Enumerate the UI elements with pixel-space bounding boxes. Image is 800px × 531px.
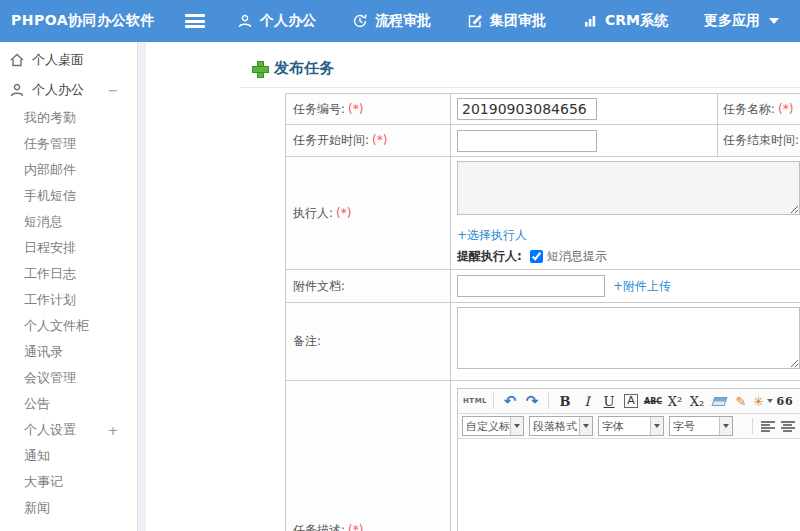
- align-left-icon[interactable]: [761, 421, 775, 432]
- sidebar-item-work-log[interactable]: 工作日志: [0, 261, 137, 287]
- top-header: PHPOA协同办公软件 个人办公流程审批集团审批CRM系统更多应用: [0, 0, 800, 42]
- nav-item-label: 更多应用: [704, 12, 760, 30]
- sms-remind-checkbox[interactable]: [530, 250, 543, 263]
- nav-item-more-apps[interactable]: 更多应用: [704, 12, 779, 30]
- description-label: 任务描述:(*): [286, 381, 451, 531]
- italic-button[interactable]: I: [577, 391, 597, 411]
- caret-down-icon: [650, 417, 663, 435]
- toolbar-separator: [548, 393, 549, 409]
- sidebar-item-personal-office[interactable]: 个人办公−: [0, 75, 137, 105]
- sidebar-item-task-management[interactable]: 任务管理: [0, 131, 137, 157]
- sidebar-item-label: 大事记: [24, 473, 137, 491]
- sidebar-item-label: 任务管理: [24, 135, 137, 153]
- nav-item-personal-office[interactable]: 个人办公: [237, 12, 316, 30]
- sidebar-item-meeting-management[interactable]: 会议管理: [0, 365, 137, 391]
- nav-item-crm-system[interactable]: CRM系统: [582, 12, 668, 30]
- sidebar-item-label: 工作计划: [24, 291, 137, 309]
- bar-chart-icon: [582, 13, 598, 29]
- font-family-select-value: 字体: [599, 419, 650, 434]
- task-no-input[interactable]: [457, 98, 597, 120]
- sidebar-item-my-attendance[interactable]: 我的考勤: [0, 105, 137, 131]
- app-logo: PHPOA协同办公软件: [0, 12, 185, 30]
- brush-icon[interactable]: ✎: [731, 391, 751, 411]
- title-divider: [240, 87, 800, 88]
- strikethrough-button[interactable]: ABC: [643, 391, 663, 411]
- eraser-icon[interactable]: [709, 391, 729, 411]
- font-family-select[interactable]: 字体: [598, 416, 664, 436]
- undo-icon-glyph: ↶: [504, 392, 517, 410]
- sidebar-item-personal-file-cabinet[interactable]: 个人文件柜: [0, 313, 137, 339]
- attachment-label: 附件文档:: [286, 270, 451, 303]
- bold-button[interactable]: B: [555, 391, 575, 411]
- font-size-select[interactable]: 字号: [669, 416, 733, 436]
- blockquote-icon-glyph: 66: [776, 395, 793, 408]
- edit-square-icon: [467, 13, 483, 29]
- format-painter-icon[interactable]: ✳: [753, 391, 773, 411]
- remind-executor-label: 提醒执行人:: [457, 248, 522, 265]
- caret-down-icon: [719, 417, 732, 435]
- redo-icon[interactable]: ↷: [522, 391, 542, 411]
- sidebar-item-news[interactable]: 新闻: [0, 495, 137, 521]
- nav-item-label: 个人办公: [260, 12, 316, 30]
- html-source-button-glyph: HTML: [463, 397, 487, 405]
- font-style-button[interactable]: A: [621, 391, 641, 411]
- executor-label: 执行人:(*): [286, 157, 451, 270]
- task-no-label: 任务编号:(*): [286, 94, 451, 125]
- executor-textarea[interactable]: [457, 161, 800, 215]
- sidebar-item-memorabilia[interactable]: 大事记: [0, 469, 137, 495]
- sidebar-nav: 个人桌面个人办公−我的考勤任务管理内部邮件手机短信短消息日程安排工作日志工作计划…: [0, 42, 138, 531]
- task-name-label: 任务名称:(*): [718, 94, 800, 125]
- blockquote-icon[interactable]: 66: [775, 391, 795, 411]
- hamburger-menu-icon[interactable]: [185, 14, 205, 28]
- sidebar-item-label: 手机短信: [24, 187, 137, 205]
- sidebar-splitter[interactable]: [138, 42, 146, 531]
- sidebar-item-mobile-sms[interactable]: 手机短信: [0, 183, 137, 209]
- nav-item-label: 集团审批: [490, 12, 546, 30]
- sidebar-item-label: 个人设置: [24, 421, 103, 439]
- sidebar-item-schedule[interactable]: 日程安排: [0, 235, 137, 261]
- user-icon: [237, 13, 253, 29]
- expand-icon[interactable]: +: [103, 423, 123, 438]
- sidebar-item-personal-settings[interactable]: 个人设置+: [0, 417, 137, 443]
- remark-textarea[interactable]: [457, 307, 800, 369]
- sidebar-item-label: 公告: [24, 395, 137, 413]
- sidebar-item-internal-mail[interactable]: 内部邮件: [0, 157, 137, 183]
- underline-button[interactable]: U: [599, 391, 619, 411]
- sidebar-item-label: 新闻: [24, 499, 137, 517]
- align-center-icon[interactable]: [781, 421, 795, 432]
- sidebar-item-contacts[interactable]: 通讯录: [0, 339, 137, 365]
- font-style-button-glyph: A: [624, 394, 638, 408]
- start-time-label: 任务开始时间:(*): [286, 125, 451, 157]
- subscript-button[interactable]: X₂: [687, 391, 707, 411]
- nav-item-workflow-approval[interactable]: 流程审批: [352, 12, 431, 30]
- app-window: PHPOA协同办公软件 个人办公流程审批集团审批CRM系统更多应用 个人桌面个人…: [0, 0, 800, 531]
- undo-icon[interactable]: ↶: [500, 391, 520, 411]
- font-size-select-value: 字号: [670, 419, 719, 434]
- sidebar-item-work-plan[interactable]: 工作计划: [0, 287, 137, 313]
- sidebar-item-announcement[interactable]: 公告: [0, 391, 137, 417]
- editor-content-area[interactable]: [458, 439, 800, 531]
- editor-toolbar-row1: HTML↶↷BIUAABCX²X₂✎✳66TA: [458, 389, 800, 414]
- sidebar-item-notice[interactable]: 通知: [0, 443, 137, 469]
- sidebar-item-personal-desktop[interactable]: 个人桌面: [0, 45, 137, 75]
- sidebar-item-label: 短消息: [24, 213, 137, 231]
- nav-item-group-approval[interactable]: 集团审批: [467, 12, 546, 30]
- sidebar-item-short-message[interactable]: 短消息: [0, 209, 137, 235]
- bold-button-glyph: B: [560, 394, 571, 409]
- html-source-button[interactable]: HTML: [463, 391, 487, 411]
- redo-icon-glyph: ↷: [526, 392, 539, 410]
- start-time-input[interactable]: [457, 130, 597, 152]
- end-time-label: 任务结束时间:(*): [718, 125, 800, 157]
- caret-down-icon: [767, 399, 773, 403]
- page-title: 发布任务: [252, 55, 800, 81]
- sms-remind-option-label: 短消息提示: [547, 248, 607, 265]
- collapse-icon[interactable]: −: [103, 83, 123, 98]
- attachment-upload-link[interactable]: +附件上传: [613, 278, 671, 295]
- caret-down-icon: [510, 417, 523, 435]
- strikethrough-button-glyph: ABC: [644, 397, 662, 406]
- choose-executor-link[interactable]: +选择执行人: [457, 228, 527, 242]
- custom-title-select[interactable]: 自定义标题: [462, 416, 524, 436]
- attachment-input[interactable]: [457, 275, 605, 297]
- paragraph-format-select[interactable]: 段落格式: [529, 416, 593, 436]
- superscript-button[interactable]: X²: [665, 391, 685, 411]
